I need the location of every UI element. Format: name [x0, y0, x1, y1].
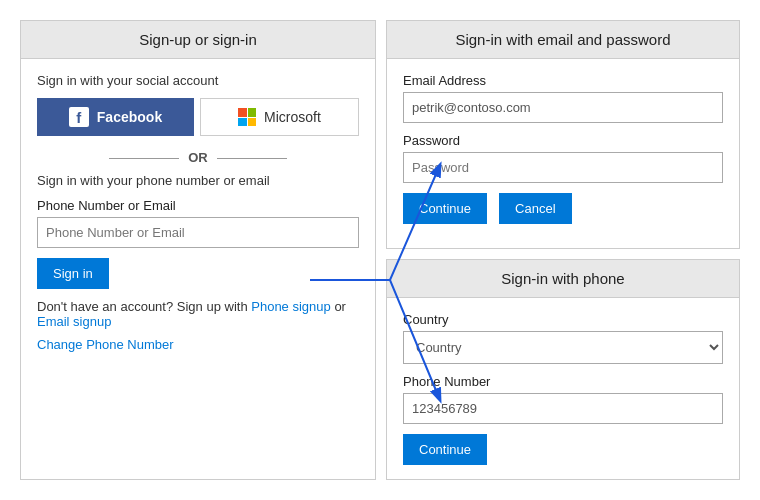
facebook-button[interactable]: f Facebook: [37, 98, 194, 136]
change-phone-label: Change Phone Number: [37, 337, 174, 352]
sign-in-button[interactable]: Sign in: [37, 258, 109, 289]
microsoft-button[interactable]: Microsoft: [200, 98, 359, 136]
email-action-buttons: Continue Cancel: [403, 193, 723, 224]
email-panel-title-text: Sign-in with email and password: [455, 31, 670, 48]
no-account-text: Don't have an account? Sign up with Phon…: [37, 299, 359, 329]
signup-signin-panel: Sign-up or sign-in Sign in with your soc…: [20, 20, 376, 480]
phone-email-field-label: Phone Number or Email: [37, 198, 359, 213]
email-signup-link[interactable]: Email signup: [37, 314, 111, 329]
phone-panel-title-text: Sign-in with phone: [501, 270, 624, 287]
email-continue-label: Continue: [419, 201, 471, 216]
password-input[interactable]: [403, 152, 723, 183]
phone-signin-panel: Sign-in with phone Country Country Phone…: [386, 259, 740, 480]
email-address-label: Email Address: [403, 73, 723, 88]
or-divider: OR: [37, 150, 359, 165]
email-address-input[interactable]: [403, 92, 723, 123]
left-panel-title-text: Sign-up or sign-in: [139, 31, 257, 48]
microsoft-icon: [238, 108, 256, 126]
right-column: Sign-in with email and password Email Ad…: [386, 20, 740, 480]
facebook-icon: f: [69, 107, 89, 127]
or-link-text: or: [334, 299, 346, 314]
phone-panel-title: Sign-in with phone: [387, 260, 739, 298]
phone-number-label: Phone Number: [403, 374, 723, 389]
phone-continue-label: Continue: [419, 442, 471, 457]
email-cancel-button[interactable]: Cancel: [499, 193, 571, 224]
email-signup-label: Email signup: [37, 314, 111, 329]
phone-signup-link[interactable]: Phone signup: [251, 299, 334, 314]
no-account-label: Don't have an account? Sign up with: [37, 299, 248, 314]
phone-number-input[interactable]: [403, 393, 723, 424]
email-signin-panel: Sign-in with email and password Email Ad…: [386, 20, 740, 249]
email-panel-title: Sign-in with email and password: [387, 21, 739, 59]
email-cancel-label: Cancel: [515, 201, 555, 216]
country-label: Country: [403, 312, 723, 327]
or-text: OR: [188, 150, 208, 165]
sign-in-button-label: Sign in: [53, 266, 93, 281]
phone-email-input[interactable]: [37, 217, 359, 248]
social-label: Sign in with your social account: [37, 73, 359, 88]
microsoft-label: Microsoft: [264, 109, 321, 125]
country-select[interactable]: Country: [403, 331, 723, 364]
social-buttons-row: f Facebook Microsoft: [37, 98, 359, 136]
change-phone-link[interactable]: Change Phone Number: [37, 337, 359, 352]
phone-signup-label: Phone signup: [251, 299, 331, 314]
email-continue-button[interactable]: Continue: [403, 193, 487, 224]
left-panel-title: Sign-up or sign-in: [21, 21, 375, 59]
facebook-label: Facebook: [97, 109, 162, 125]
password-label: Password: [403, 133, 723, 148]
phone-email-section-label: Sign in with your phone number or email: [37, 173, 359, 188]
phone-continue-button[interactable]: Continue: [403, 434, 487, 465]
